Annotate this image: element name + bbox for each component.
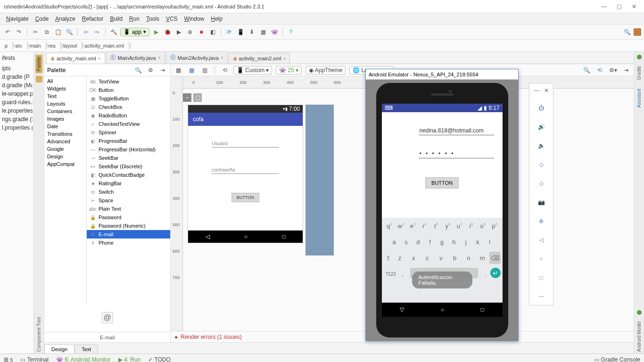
palette-category[interactable]: Widgets <box>44 85 86 92</box>
palette-widget[interactable]: abcPlain Text <box>87 205 170 213</box>
palette-category[interactable]: Transitions <box>44 130 86 138</box>
palette-widget[interactable]: 🔒Password (Numeric) <box>87 222 170 230</box>
palette-widget[interactable]: ◐ProgressBar <box>87 137 170 145</box>
project-file[interactable]: ngs.gradle (S <box>1 115 33 123</box>
palette-search-icon[interactable]: 🔍 <box>133 66 143 75</box>
crumb[interactable]: activity_main.xml <box>82 41 129 50</box>
run-tab[interactable]: ▶ 4: Run <box>118 356 141 362</box>
palette-widget[interactable]: ⊢Space <box>87 196 170 205</box>
menu-refactor[interactable]: Refactor <box>79 15 107 23</box>
key-e[interactable]: e3 <box>408 220 417 232</box>
component-tree-tab[interactable]: Component Tree <box>35 315 42 354</box>
palette-widget[interactable]: ◧QuickContactBadge <box>87 171 170 179</box>
palette-category[interactable]: Date <box>44 123 86 130</box>
preview-usuario-field[interactable]: Usuario <box>212 140 279 148</box>
key-m[interactable]: m <box>478 252 487 264</box>
key-z[interactable]: z <box>395 252 405 264</box>
key-v[interactable]: v <box>436 252 446 264</box>
minimize-button[interactable]: — <box>601 3 607 10</box>
key-r[interactable]: r4 <box>420 220 429 232</box>
zoom-icon[interactable]: ⊕ <box>537 216 546 226</box>
search-icon[interactable]: 🔍 <box>622 27 632 37</box>
todo-tab[interactable]: ✓ TODO <box>148 356 171 362</box>
coverage-icon[interactable]: ▶ <box>174 27 183 37</box>
project-file[interactable]: ifests <box>1 54 33 62</box>
key-i[interactable]: i8 <box>466 220 476 232</box>
palette-category[interactable]: Images <box>44 115 86 123</box>
layout-icon[interactable]: ▦ <box>258 27 268 37</box>
crumb[interactable]: layout <box>60 41 82 50</box>
period-key[interactable]: . <box>481 268 490 280</box>
palette-widget[interactable]: ✓CheckedTextView <box>87 120 170 128</box>
palette-category[interactable]: Design <box>44 153 86 160</box>
menu-vcs[interactable]: VCS <box>163 15 181 23</box>
key-q[interactable]: q1 <box>385 220 394 232</box>
key-c[interactable]: c <box>422 252 432 264</box>
menu-run[interactable]: Run <box>126 15 143 23</box>
phone-screen[interactable]: ⌨ ◢ ▮ 9:17 nedina.818@hotmail.com • • • … <box>382 104 503 317</box>
menu-navigate[interactable]: Navigate <box>3 15 32 23</box>
emu-overview-icon[interactable]: □ <box>537 273 546 282</box>
shift-key[interactable]: ⇧ <box>384 252 393 264</box>
more-icon[interactable]: ⋯ <box>537 292 546 301</box>
key-x[interactable]: x <box>409 252 418 264</box>
home-nav-icon[interactable]: ○ <box>441 306 444 313</box>
key-a[interactable]: a <box>389 236 399 248</box>
editor-tab[interactable]: ◈ activity_main.xml × <box>46 53 105 64</box>
key-b[interactable]: b <box>450 252 460 264</box>
both-icon[interactable]: ▥ <box>200 66 209 75</box>
backspace-key[interactable]: ⌫ <box>489 252 501 264</box>
preview-button[interactable]: BUTTON <box>231 193 259 202</box>
device-preview[interactable]: ▾▮ 7:00 cofa Usuario contraseña BUTTON ◁… <box>188 105 303 243</box>
attach-icon[interactable]: ⊕ <box>185 27 195 37</box>
palette-category[interactable]: Google <box>44 145 86 153</box>
key-n[interactable]: n <box>464 252 473 264</box>
palette-categories[interactable]: AllWidgetsTextLayoutsContainersImagesDat… <box>44 76 87 304</box>
palette-widget[interactable]: AbTextView <box>87 77 170 86</box>
sync-icon[interactable]: ⟳ <box>224 27 234 37</box>
back-nav-icon[interactable]: ▽ <box>400 306 404 313</box>
api-selector[interactable]: 👾25▾ <box>276 66 301 74</box>
palette-widget[interactable]: 🔒Password <box>87 213 170 222</box>
soft-keyboard[interactable]: q1w2e3r4t5y6u7i8o9p0 asdfghjkl ⇧ zxcvbnm… <box>382 218 503 303</box>
zoom-out-icon[interactable]: − <box>183 93 191 102</box>
crumb[interactable]: main <box>27 41 46 50</box>
run-config-selector[interactable]: 📱 app ▾ <box>120 28 149 36</box>
emu-close-icon[interactable]: ✕ <box>544 87 549 94</box>
project-file[interactable]: le-wrapper.p <box>1 90 33 98</box>
key-k[interactable]: k <box>473 236 482 248</box>
palette-settings-icon[interactable]: ⚙ <box>146 66 155 75</box>
view-mode-icon[interactable]: ▦ <box>173 66 183 75</box>
stop-icon[interactable]: ■ <box>197 27 206 37</box>
paste-icon[interactable]: 📋 <box>53 27 63 37</box>
menu-analyze[interactable]: Analyze <box>52 15 79 23</box>
email-field[interactable]: nedina.818@hotmail.com <box>419 126 494 135</box>
help-icon[interactable]: ? <box>286 27 296 37</box>
android-model-tab[interactable]: Android Model <box>636 320 643 354</box>
terminal-tab[interactable]: ▭ Terminal <box>20 356 48 362</box>
crumb[interactable]: src <box>12 41 27 50</box>
find-icon[interactable]: 🔍 <box>65 27 74 37</box>
rotate-right-icon[interactable]: ◇ <box>537 179 546 188</box>
run-icon[interactable]: ▶ <box>151 27 161 37</box>
key-p[interactable]: p0 <box>490 220 499 232</box>
palette-category[interactable]: Containers <box>44 107 86 115</box>
theme-icon[interactable]: 👾 <box>270 27 279 37</box>
crumb[interactable]: p <box>2 41 12 50</box>
palette-widgets[interactable]: AbTextViewOKButton▦ToggleButton☑CheckBox… <box>87 76 170 304</box>
theme-selector[interactable]: ◉AppTheme <box>305 66 346 74</box>
key-h[interactable]: h <box>449 236 459 248</box>
camera-icon[interactable]: 📷 <box>537 197 546 207</box>
avatar-icon[interactable] <box>634 28 641 36</box>
key-g[interactable]: g <box>437 236 446 248</box>
key-l[interactable]: l <box>485 236 495 248</box>
gradle-console-tab[interactable]: ▭ Gradle Console <box>594 356 640 362</box>
project-file[interactable]: d.gradle (Mo <box>1 81 33 90</box>
menu-tools[interactable]: Tools <box>143 15 163 23</box>
emulator-window[interactable]: Android Emulator - Nexus_5_API_24_218:55… <box>365 69 519 341</box>
palette-category[interactable]: All <box>44 77 86 85</box>
maximize-button[interactable]: ▢ <box>616 3 622 10</box>
debug-icon[interactable]: 🐞 <box>163 27 172 37</box>
login-button[interactable]: BUTTON <box>425 177 459 189</box>
palette-collapse-icon[interactable]: ⇥ <box>158 66 167 75</box>
